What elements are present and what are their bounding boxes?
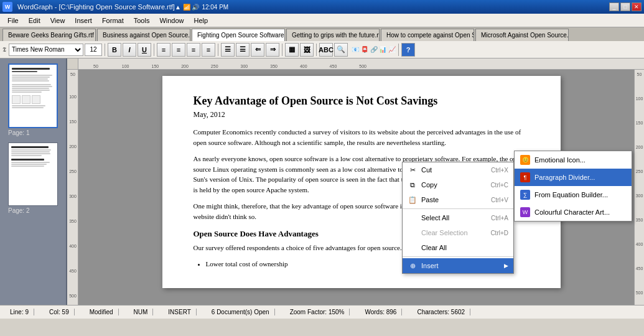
system-tray: ▲ 📶 🔊 12:04 PM (175, 4, 228, 11)
menu-bar: File Edit View Insert Format Tools Windo… (0, 14, 644, 27)
page-thumb-1[interactable]: Page: 1 (8, 63, 58, 136)
spellcheck-button[interactable]: ABC (319, 43, 333, 57)
bold-button[interactable]: B (108, 43, 121, 57)
toolbar-1: 𝕿 Times New Roman B I U ≡ ≡ ≡ ≡ ☰ ☰ ⇐ ⇒ … (0, 41, 644, 58)
menu-help[interactable]: Help (189, 16, 213, 26)
insert-table-button[interactable]: ▦ (285, 43, 299, 57)
title-bar-buttons[interactable]: _ □ ✕ (609, 2, 642, 11)
ruler-corner (67, 58, 78, 69)
status-line: Line: 9 (5, 309, 34, 315)
tab-3[interactable]: Getting to grips with the future.rtf (286, 29, 380, 41)
sub-equation-builder[interactable]: ∑ From Equation Builder... (515, 186, 632, 203)
font-selector[interactable]: Times New Roman (9, 44, 83, 56)
menu-view[interactable]: View (45, 16, 70, 26)
main-area: Page: 1 Page: 2 (0, 58, 644, 305)
page-1-content (9, 65, 57, 127)
doc-date: May, 2012 (194, 110, 530, 119)
numbered-button[interactable]: ☰ (236, 43, 250, 57)
status-insert: INSERT (163, 309, 197, 315)
ctx-sep-2 (403, 256, 513, 257)
tab-4[interactable]: How to compete against Open Source.rtf (381, 29, 474, 41)
select-all-icon (408, 213, 418, 223)
right-ruler: 50 100 150 200 250 300 350 400 450 500 (634, 70, 644, 305)
page-2-thumbnail[interactable] (8, 142, 58, 206)
italic-button[interactable]: I (123, 43, 136, 57)
font-size-input[interactable] (85, 44, 102, 56)
align-left-button[interactable]: ≡ (157, 43, 170, 57)
menu-tools[interactable]: Tools (129, 16, 155, 26)
emotional-icon-icon: 😊 (520, 154, 531, 166)
submenu-arrow-icon: ▶ (504, 263, 508, 269)
app-icon: W (2, 2, 12, 12)
increase-indent-button[interactable]: ⇒ (266, 43, 279, 57)
menu-window[interactable]: Window (154, 16, 189, 26)
paste-icon: 📋 (408, 195, 418, 205)
minimize-button[interactable]: _ (609, 2, 619, 11)
doc-scroll[interactable]: Key Advantage of Open Source is Not Cost… (78, 70, 644, 305)
title-bar: W WordGraph - [C:\Fighting Open Source S… (0, 0, 644, 14)
ctx-copy[interactable]: ⧉ Copy Ctrl+C (403, 177, 513, 192)
context-menu: ✂ Cut Ctrl+X ⧉ Copy Ctrl+C 📋 Paste Ctrl+… (402, 162, 514, 274)
tab-2[interactable]: Fighting Open Source Software.rtf (192, 29, 285, 41)
colourful-char-art-icon: W (520, 207, 531, 218)
sep-3 (218, 44, 218, 56)
clear-all-icon (408, 243, 418, 253)
sub-emotional-icon[interactable]: 😊 Emotional Icon... (515, 151, 632, 169)
ctx-clear-selection[interactable]: Clear Selection Ctrl+D (403, 225, 513, 240)
menu-format[interactable]: Format (97, 16, 129, 26)
sep-4 (282, 44, 282, 56)
paragraph-1: Computer Economics recently conducted a … (194, 127, 530, 147)
ruler-h-marks: 50 100 150 200 250 300 350 400 450 500 (78, 58, 644, 69)
page-thumb-2[interactable]: Page: 2 (8, 142, 58, 214)
close-button[interactable]: ✕ (632, 2, 642, 11)
paragraph-divider-icon: ¶ (520, 172, 531, 183)
status-chars: Characters: 5602 (412, 309, 470, 315)
align-justify-button[interactable]: ≡ (202, 43, 215, 57)
ctx-insert[interactable]: ⊕ Insert ▶ (403, 258, 513, 273)
align-right-button[interactable]: ≡ (187, 43, 200, 57)
copy-icon: ⧉ (408, 180, 418, 190)
decrease-indent-button[interactable]: ⇐ (251, 43, 264, 57)
tab-1[interactable]: Business against Open Source.rtf (97, 29, 190, 41)
status-bar: Line: 9 Col: 59 Modified NUM INSERT 6 Do… (0, 305, 644, 319)
sub-paragraph-divider[interactable]: ¶ Paragraph Divider... (515, 169, 632, 186)
cut-icon: ✂ (408, 165, 418, 175)
sep-1 (105, 44, 105, 56)
sep-5 (316, 44, 317, 56)
insert-submenu: 😊 Emotional Icon... ¶ Paragraph Divider.… (514, 151, 632, 222)
insert-image-button[interactable]: 🖼 (300, 43, 314, 57)
title-bar-left: W WordGraph - [C:\Fighting Open Source S… (2, 2, 175, 12)
maximize-button[interactable]: □ (620, 2, 630, 11)
align-center-button[interactable]: ≡ (172, 43, 185, 57)
ctx-paste[interactable]: 📋 Paste Ctrl+V (403, 192, 513, 207)
menu-insert[interactable]: Insert (70, 16, 97, 26)
underline-button[interactable]: U (138, 43, 151, 57)
ctx-cut[interactable]: ✂ Cut Ctrl+X (403, 162, 513, 177)
zoom-button[interactable]: 🔍 (334, 43, 348, 57)
equation-builder-icon: ∑ (520, 189, 531, 200)
page-1-thumbnail[interactable] (8, 63, 58, 128)
doc-title: Key Advantage of Open Source is Not Cost… (194, 95, 530, 108)
page-2-label: Page: 2 (8, 207, 58, 214)
tab-5[interactable]: Microsoft Against Open Source.rtf (475, 29, 569, 41)
menu-file[interactable]: File (2, 16, 24, 26)
ctx-clear-all[interactable]: Clear All (403, 240, 513, 255)
toolbar-extra-icons: 📧 📮 🔗 📊 📈 (352, 46, 396, 53)
doc-area: 50 100 150 200 250 300 350 400 450 500 5… (67, 58, 644, 305)
status-modified: Modified (85, 309, 119, 315)
title-bar-text: WordGraph - [C:\Fighting Open Source Sof… (17, 3, 175, 11)
sub-colourful-char-art[interactable]: W Colourful Character Art... (515, 203, 632, 221)
font-label-icon: 𝕿 (2, 46, 6, 54)
ctx-select-all[interactable]: Select All Ctrl+A (403, 210, 513, 225)
sep-2 (154, 44, 154, 56)
help-button[interactable]: ? (401, 43, 415, 57)
tab-0[interactable]: Beware Geeks Bearing Gifts.rtf (2, 29, 96, 41)
bullet-button[interactable]: ☰ (221, 43, 235, 57)
doc-body-area: 50 100 150 200 250 300 350 400 450 500 K… (67, 70, 644, 305)
menu-edit[interactable]: Edit (24, 16, 45, 26)
sep-6 (398, 44, 399, 56)
clock: 12:04 PM (202, 4, 228, 11)
tray-icons: ▲ 📶 🔊 (175, 4, 199, 11)
ctx-sep-1 (403, 208, 513, 209)
tab-bar: Beware Geeks Bearing Gifts.rtf Business … (0, 27, 644, 41)
